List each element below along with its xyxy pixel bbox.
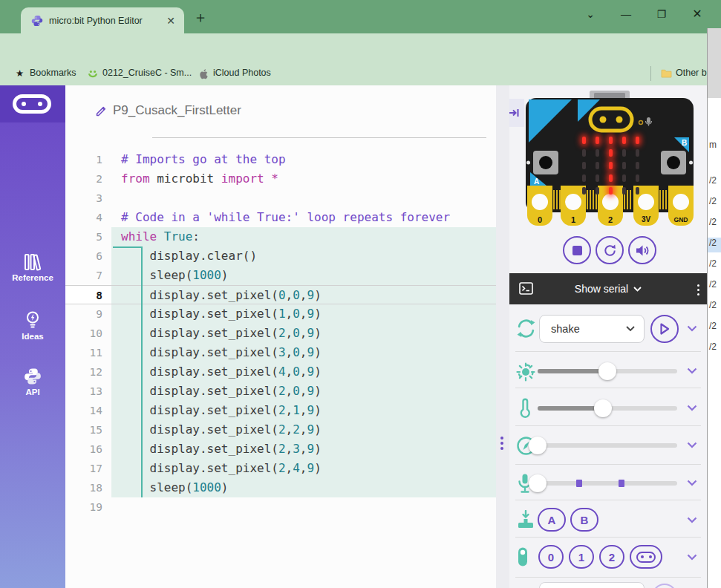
brightness-row-chevron-icon[interactable] bbox=[687, 368, 697, 374]
microphone-row-chevron-icon[interactable] bbox=[687, 480, 697, 486]
sidebar-item-ideas[interactable]: Ideas bbox=[0, 310, 65, 341]
microphone-slider[interactable] bbox=[538, 481, 677, 486]
line-number: 4 bbox=[65, 208, 111, 227]
led-off bbox=[636, 174, 639, 182]
partial-next-row-button[interactable] bbox=[652, 584, 677, 588]
splitter-drag-handle-icon[interactable] bbox=[500, 434, 503, 452]
panel-splitter[interactable] bbox=[496, 85, 509, 588]
bookmark-item-cruise[interactable]: 0212_CruiseC - Sm... bbox=[102, 68, 192, 78]
code-line[interactable]: 9 display.set_pixel(1,0,9) bbox=[65, 304, 496, 324]
code-line[interactable]: 5while True: bbox=[65, 227, 496, 246]
sidebar-item-label: API bbox=[0, 388, 65, 396]
other-bookmarks-folder-icon bbox=[661, 68, 672, 78]
show-serial-label[interactable]: Show serial bbox=[575, 283, 628, 295]
code-line[interactable]: 15 display.set_pixel(2,2,9) bbox=[65, 420, 496, 440]
line-number: 2 bbox=[65, 169, 111, 189]
code-line[interactable]: 4# Code in a 'while True:' loop repeats … bbox=[65, 208, 496, 227]
reset-button[interactable] bbox=[596, 236, 624, 264]
browser-tab[interactable]: micro:bit Python Editor ✕ bbox=[21, 7, 184, 33]
code-line[interactable]: 3 bbox=[65, 189, 496, 208]
window-maximize-icon[interactable]: ❐ bbox=[650, 4, 673, 24]
background-window-row: /2 bbox=[708, 342, 721, 356]
temperature-slider[interactable] bbox=[538, 406, 677, 411]
buttons-row-chevron-icon[interactable] bbox=[687, 517, 697, 523]
code-line[interactable]: 8 display.set_pixel(0,0,9) bbox=[65, 285, 496, 304]
slider-thumb[interactable] bbox=[598, 362, 616, 380]
brightness-slider[interactable] bbox=[538, 369, 677, 373]
gesture-row-chevron-icon[interactable] bbox=[687, 325, 697, 332]
code-text: display.set_pixel(1,0,9) bbox=[111, 304, 496, 324]
serial-bar[interactable]: Show serial bbox=[509, 273, 707, 304]
sim-pin-1[interactable]: 1 bbox=[569, 545, 594, 569]
code-line[interactable]: 2from microbit import * bbox=[65, 169, 496, 189]
code-area[interactable]: 1# Imports go at the top2from microbit i… bbox=[65, 150, 496, 517]
led-off bbox=[636, 162, 639, 169]
browser-titlebar: micro:bit Python Editor ✕ ＋ ⌄ — ❐ ✕ bbox=[0, 0, 721, 33]
code-text: display.set_pixel(2,4,9) bbox=[111, 459, 496, 478]
partial-next-row-field[interactable] bbox=[539, 582, 645, 588]
sim-pin-0[interactable]: 0 bbox=[538, 545, 564, 569]
new-tab-button[interactable]: ＋ bbox=[193, 10, 208, 24]
edit-project-name-icon[interactable] bbox=[95, 105, 108, 117]
project-title[interactable]: P9_Cusack_FirstLetter bbox=[113, 103, 241, 118]
background-window-fragment: m bbox=[709, 140, 717, 150]
code-text: display.clear() bbox=[111, 246, 496, 266]
screen: micro:bit Python Editor ✕ ＋ ⌄ — ❐ ✕ ← → … bbox=[0, 0, 721, 588]
code-line[interactable]: 18 sleep(1000) bbox=[65, 478, 496, 497]
code-line[interactable]: 16 display.set_pixel(2,3,9) bbox=[65, 440, 496, 459]
apple-icon bbox=[198, 68, 209, 80]
led-off bbox=[636, 187, 639, 195]
code-line[interactable]: 12 display.set_pixel(4,0,9) bbox=[65, 362, 496, 382]
sim-pin-1-label: 1 bbox=[578, 551, 584, 564]
led-on bbox=[609, 162, 613, 169]
slider-thumb[interactable] bbox=[529, 474, 547, 492]
line-number: 14 bbox=[65, 401, 111, 420]
line-number: 1 bbox=[65, 150, 111, 169]
code-line[interactable]: 7 sleep(1000) bbox=[65, 266, 496, 285]
code-line[interactable]: 1# Imports go at the top bbox=[65, 150, 496, 169]
line-number: 18 bbox=[65, 478, 111, 497]
expand-simulator-button[interactable] bbox=[509, 99, 524, 127]
sidebar-item-reference[interactable]: Reference bbox=[0, 253, 65, 282]
window-close-icon[interactable]: ✕ bbox=[686, 4, 708, 24]
sim-button-a[interactable]: A bbox=[538, 508, 566, 532]
tab-close-icon[interactable]: ✕ bbox=[163, 15, 178, 27]
code-text: display.set_pixel(4,0,9) bbox=[111, 362, 496, 382]
sim-pin-2[interactable]: 2 bbox=[599, 545, 624, 569]
temperature-row-chevron-icon[interactable] bbox=[687, 405, 697, 411]
gesture-select[interactable]: shake bbox=[539, 315, 645, 343]
code-line[interactable]: 14 display.set_pixel(2,1,9) bbox=[65, 401, 496, 420]
line-number: 15 bbox=[65, 420, 111, 440]
stop-button[interactable] bbox=[563, 236, 591, 264]
compass-slider[interactable] bbox=[538, 443, 677, 448]
window-chevron-icon[interactable]: ⌄ bbox=[579, 4, 601, 24]
code-line[interactable]: 6 display.clear() bbox=[65, 246, 496, 266]
code-line[interactable]: 17 display.set_pixel(2,4,9) bbox=[65, 459, 496, 478]
play-gesture-button[interactable] bbox=[650, 315, 679, 343]
bookmark-item-icloud[interactable]: iCloud Photos bbox=[213, 68, 271, 78]
code-line[interactable]: 10 display.set_pixel(2,0,9) bbox=[65, 324, 496, 343]
sim-button-b[interactable]: B bbox=[570, 508, 598, 532]
sidebar-item-api[interactable]: API bbox=[0, 368, 65, 396]
slider-thumb[interactable] bbox=[594, 399, 612, 417]
expand-right-icon bbox=[509, 108, 520, 118]
window-minimize-icon[interactable]: — bbox=[615, 4, 637, 24]
pin-label: GND bbox=[674, 216, 688, 223]
bookmarks-divider bbox=[650, 66, 651, 81]
bookmarks-label[interactable]: Bookmarks bbox=[30, 68, 76, 78]
code-line[interactable]: 11 display.set_pixel(3,0,9) bbox=[65, 343, 496, 362]
code-line[interactable]: 13 display.set_pixel(2,0,9) bbox=[65, 382, 496, 401]
pins-row-chevron-icon[interactable] bbox=[687, 554, 697, 561]
compass-row-chevron-icon[interactable] bbox=[687, 442, 697, 448]
code-text: sleep(1000) bbox=[111, 266, 496, 285]
row-divider bbox=[515, 537, 701, 538]
slider-thumb[interactable] bbox=[529, 437, 547, 454]
sidebar-logo-header[interactable] bbox=[0, 85, 65, 122]
code-text: while True: bbox=[111, 227, 496, 246]
audio-button[interactable] bbox=[628, 236, 656, 264]
serial-menu-kebab-icon[interactable] bbox=[697, 282, 699, 298]
row-divider bbox=[515, 500, 701, 500]
code-line[interactable]: 19 bbox=[65, 497, 496, 517]
sim-pin-logo[interactable] bbox=[630, 545, 662, 569]
code-editor-panel: P9_Cusack_FirstLetter 1# Imports go at t… bbox=[65, 85, 496, 588]
